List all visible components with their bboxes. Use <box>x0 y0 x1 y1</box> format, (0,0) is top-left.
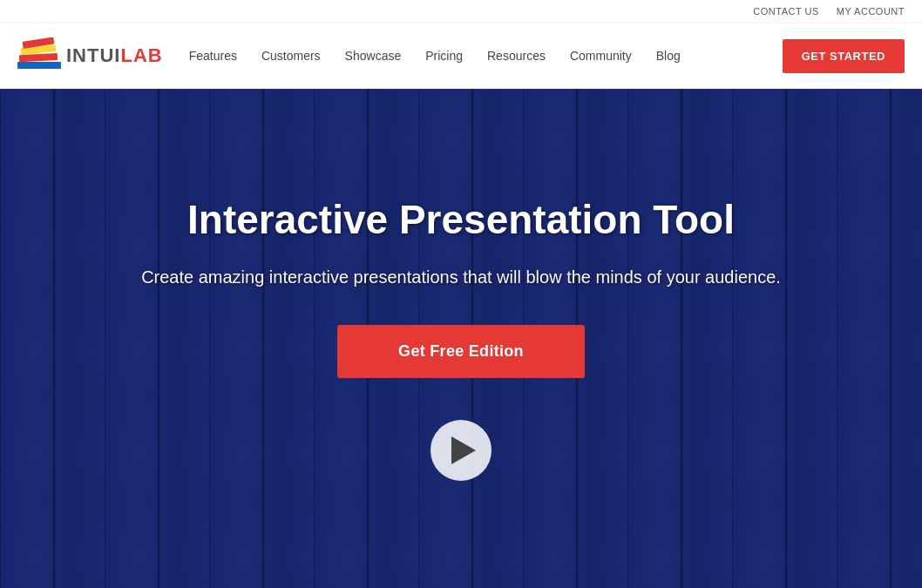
play-triangle-icon <box>451 436 476 464</box>
utility-bar: CONTACT US MY ACCOUNT <box>0 0 922 24</box>
nav-blog[interactable]: Blog <box>656 49 681 63</box>
logo[interactable]: INTUILAB <box>17 37 163 74</box>
nav-community[interactable]: Community <box>570 49 632 63</box>
play-video-button[interactable] <box>430 420 492 481</box>
nav-features[interactable]: Features <box>189 49 237 63</box>
nav-pricing[interactable]: Pricing <box>425 49 463 63</box>
nav-customers[interactable]: Customers <box>261 49 321 63</box>
nav-links: Features Customers Showcase Pricing Reso… <box>189 49 783 63</box>
main-nav: INTUILAB Features Customers Showcase Pri… <box>0 24 922 89</box>
nav-resources[interactable]: Resources <box>487 49 546 63</box>
hero-section: Interactive Presentation Tool Create ama… <box>0 89 922 588</box>
my-account-link[interactable]: MY ACCOUNT <box>837 6 905 17</box>
logo-text: INTUILAB <box>66 44 163 67</box>
nav-showcase[interactable]: Showcase <box>345 49 402 63</box>
hero-subtitle: Create amazing interactive presentations… <box>141 264 781 290</box>
get-started-button[interactable]: GET STARTED <box>783 39 905 73</box>
svg-rect-0 <box>17 62 61 69</box>
hero-title: Interactive Presentation Tool <box>141 196 781 243</box>
cta-button[interactable]: Get Free Edition <box>337 325 585 378</box>
logo-icon <box>17 37 61 74</box>
hero-content: Interactive Presentation Tool Create ama… <box>106 196 816 481</box>
contact-us-link[interactable]: CONTACT US <box>753 6 819 17</box>
